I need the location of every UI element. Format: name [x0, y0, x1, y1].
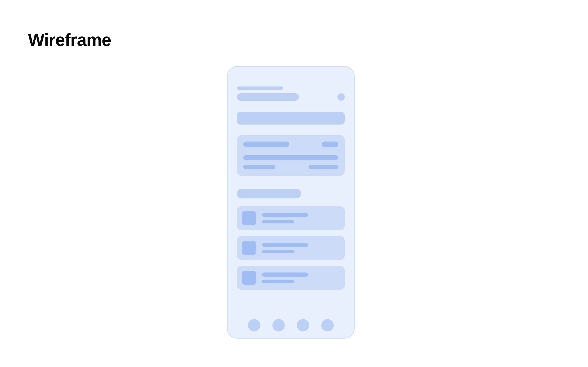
- list-item-subtitle: [262, 250, 294, 253]
- nav-icon-1[interactable]: [248, 319, 260, 332]
- thumb-icon: [242, 211, 256, 225]
- section-header: [237, 189, 301, 198]
- list-item-title: [262, 273, 308, 277]
- thumb-icon: [242, 271, 256, 285]
- feature-card-meta-right: [309, 165, 338, 169]
- nav-icon-4[interactable]: [321, 319, 334, 332]
- list: [237, 206, 345, 290]
- device-frame: [227, 66, 355, 339]
- avatar-icon[interactable]: [337, 93, 345, 101]
- feature-card-badge: [322, 142, 338, 147]
- page-title: Wireframe: [28, 30, 111, 50]
- nav-icon-2[interactable]: [272, 319, 285, 332]
- feature-card[interactable]: [237, 135, 345, 176]
- feature-card-title: [243, 142, 289, 147]
- feature-card-meta-left: [243, 165, 275, 169]
- list-item-title: [262, 243, 308, 247]
- list-item-subtitle: [262, 220, 294, 223]
- header-title: [237, 93, 299, 101]
- list-item[interactable]: [237, 236, 345, 260]
- feature-card-line: [243, 155, 338, 160]
- list-item-subtitle: [262, 280, 294, 283]
- list-item[interactable]: [237, 206, 345, 230]
- nav-icon-3[interactable]: [297, 319, 309, 332]
- thumb-icon: [242, 241, 256, 255]
- bottom-nav: [228, 319, 354, 332]
- list-item-title: [262, 213, 308, 217]
- search-input[interactable]: [237, 112, 345, 125]
- list-item[interactable]: [237, 266, 345, 290]
- header-subtitle: [237, 86, 283, 90]
